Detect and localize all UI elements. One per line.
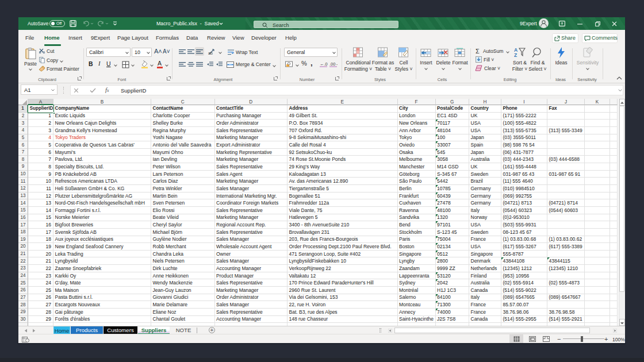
svg-text:.00→: .00→ <box>329 61 338 67</box>
svg-text:ab: ab <box>208 51 213 55</box>
svg-text:←.0: ←.0 <box>320 61 328 67</box>
svg-text:Z: Z <box>514 52 517 58</box>
